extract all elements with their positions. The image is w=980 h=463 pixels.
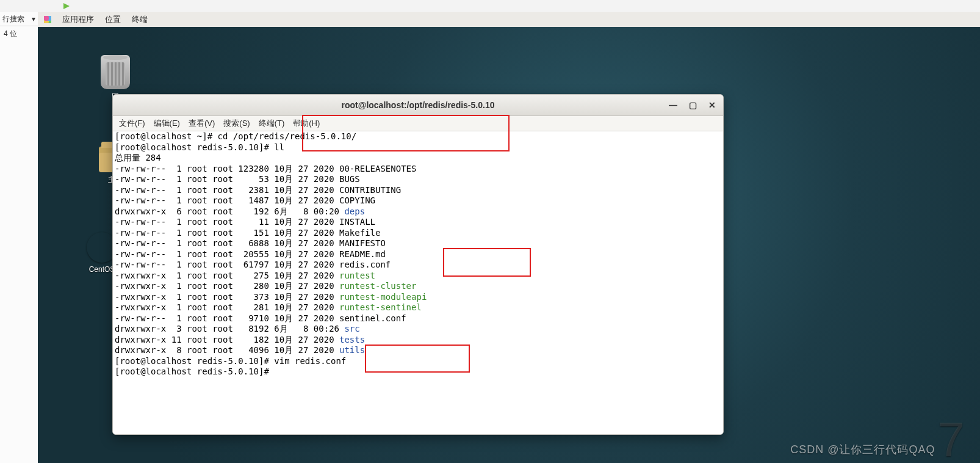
- exec-runtest-cluster: runtest-cluster: [339, 281, 416, 291]
- menu-terminal[interactable]: 终端(T): [259, 118, 285, 129]
- terminal-window[interactable]: root@localhost:/opt/redis/redis-5.0.10 —…: [112, 94, 724, 435]
- watermark-seven-icon: 7: [938, 423, 966, 457]
- menu-places[interactable]: 位置: [105, 14, 121, 25]
- exec-runtest-moduleapi: runtest-moduleapi: [339, 292, 427, 302]
- output-line: drwxrwxr-x 8 root root 4096 10月 27 2020 …: [115, 345, 365, 355]
- maximize-button[interactable]: ▢: [685, 98, 700, 112]
- host-search-row[interactable]: 行搜索 ▾: [0, 12, 38, 26]
- terminal-output[interactable]: [root@localhost ~]# cd /opt/redis/redis-…: [113, 131, 723, 434]
- annotation-box-vim-command: [365, 345, 470, 373]
- output-line: -rw-rw-r-- 1 root root 151 10月 27 2020 M…: [115, 228, 380, 238]
- menu-edit[interactable]: 编辑(E): [154, 118, 180, 129]
- host-search-label: 行搜索: [2, 14, 24, 24]
- close-button[interactable]: ✕: [705, 98, 719, 112]
- exec-runtest: runtest: [339, 271, 375, 280]
- output-line: drwxrwxr-x 11 root root 182 10月 27 2020 …: [115, 335, 365, 345]
- minimize-button[interactable]: —: [666, 98, 680, 112]
- output-line: -rw-rw-r-- 1 root root 1487 10月 27 2020 …: [115, 195, 375, 205]
- window-title: root@localhost:/opt/redis/redis-5.0.10: [342, 100, 495, 110]
- output-line: -rwxrwxr-x 1 root root 281 10月 27 2020 r…: [115, 302, 422, 312]
- output-line: -rwxrwxr-x 1 root root 280 10月 27 2020 r…: [115, 281, 416, 291]
- output-line: drwxrwxr-x 3 root root 8192 6月 8 00:26 s…: [115, 324, 360, 334]
- output-line: -rw-rw-r-- 1 root root 6888 10月 27 2020 …: [115, 238, 386, 248]
- output-line: 总用量 284: [115, 153, 161, 162]
- output-line: -rw-rw-r-- 1 root root 2381 10月 27 2020 …: [115, 185, 401, 195]
- output-line: -rw-rw-r-- 1 root root 61797 10月 27 2020…: [115, 260, 391, 269]
- output-line: -rw-rw-r-- 1 root root 9710 10月 27 2020 …: [115, 313, 406, 323]
- output-line: -rw-rw-r-- 1 root root 20555 10月 27 2020…: [115, 249, 386, 259]
- vm-desktop[interactable]: 回 主文 CentOS root@localhost:/opt/redis/re…: [38, 27, 980, 463]
- menu-file[interactable]: 文件(F): [119, 118, 145, 129]
- dir-tests: tests: [339, 335, 365, 345]
- menu-applications[interactable]: 应用程序: [62, 14, 94, 25]
- run-icon[interactable]: [63, 3, 70, 9]
- dir-src: src: [344, 324, 359, 334]
- watermark: CSDN @让你三行代码QAQ7: [790, 423, 965, 457]
- output-line: -rw-rw-r-- 1 root root 53 10月 27 2020 BU…: [115, 174, 360, 184]
- menu-view[interactable]: 查看(V): [189, 118, 215, 129]
- host-left-pane: 行搜索 ▾ 4 位: [0, 12, 38, 463]
- prompt-line: [root@localhost redis-5.0.10]# ll: [115, 142, 284, 152]
- output-line: drwxrwxr-x 6 root root 192 6月 8 00:20 de…: [115, 206, 365, 216]
- output-line: -rwxrwxr-x 1 root root 275 10月 27 2020 r…: [115, 271, 375, 280]
- prompt-line: [root@localhost redis-5.0.10]#: [115, 366, 274, 376]
- desktop-cd-label: CentOS: [89, 265, 115, 274]
- dir-utils: utils: [339, 345, 365, 355]
- chevron-down-icon[interactable]: ▾: [32, 15, 35, 23]
- trash-icon: [101, 55, 130, 89]
- dir-deps: deps: [344, 206, 365, 216]
- output-line: -rwxrwxr-x 1 root root 373 10月 27 2020 r…: [115, 292, 427, 302]
- output-line: -rw-rw-r-- 1 root root 11 10月 27 2020 IN…: [115, 217, 375, 227]
- prompt-line: [root@localhost ~]# cd /opt/redis/redis-…: [115, 131, 356, 141]
- annotation-box-redis-conf: [443, 248, 531, 277]
- exec-runtest-sentinel: runtest-sentinel: [339, 302, 422, 312]
- terminal-menubar[interactable]: 文件(F) 编辑(E) 查看(V) 搜索(S) 终端(T) 帮助(H): [113, 116, 723, 131]
- menu-help[interactable]: 帮助(H): [293, 118, 320, 129]
- menu-search[interactable]: 搜索(S): [223, 118, 250, 129]
- output-line: -rw-rw-r-- 1 root root 123280 10月 27 202…: [115, 164, 416, 173]
- menu-terminal[interactable]: 终端: [132, 14, 148, 25]
- prompt-line: [root@localhost redis-5.0.10]# vim redis…: [115, 356, 346, 366]
- window-titlebar[interactable]: root@localhost:/opt/redis/redis-5.0.10 —…: [113, 95, 723, 116]
- activities-icon[interactable]: [44, 16, 51, 23]
- host-left-item: 4 位: [0, 26, 38, 42]
- host-toolbar: [0, 0, 980, 13]
- gnome-top-bar[interactable]: 应用程序 位置 终端: [38, 12, 980, 27]
